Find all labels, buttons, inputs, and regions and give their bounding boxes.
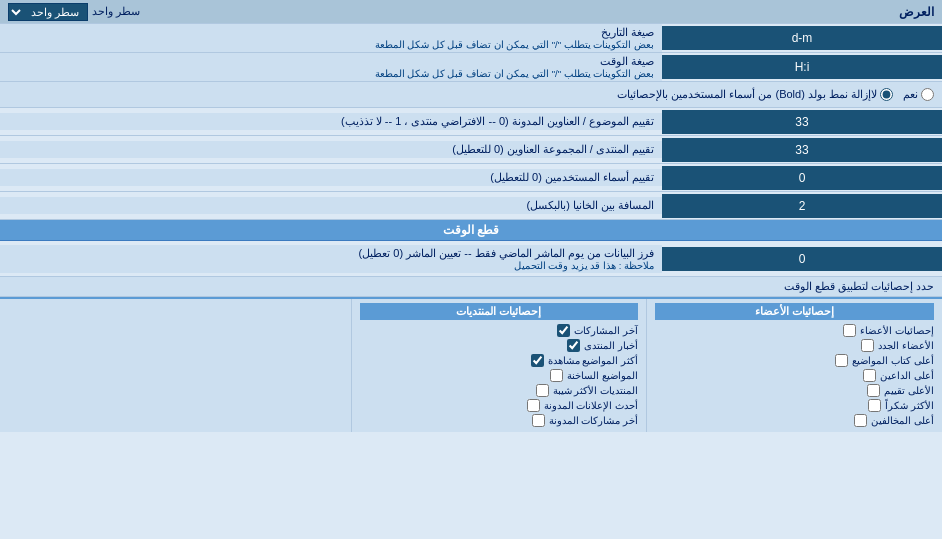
- time-format-input[interactable]: H:i: [666, 57, 938, 77]
- bold-remove-row: نعم لا إزالة نمط بولد (Bold) من أسماء ال…: [0, 82, 942, 108]
- cutoff-days-row: فرز البيانات من يوم الماشر الماضي فقط --…: [0, 241, 942, 277]
- user-order-input[interactable]: [666, 168, 938, 188]
- forum-order-input[interactable]: [666, 140, 938, 160]
- stat-item-6: الأكثر شكراً: [655, 398, 934, 413]
- stat-forums-cb-3[interactable]: [531, 354, 544, 367]
- stat-members-cb-5[interactable]: [867, 384, 880, 397]
- stats-forums-col: إحصائيات المنتديات آخر المشاركات أخبار ا…: [351, 299, 647, 432]
- bold-radio-no[interactable]: [880, 88, 893, 101]
- user-order-row: تقييم أسماء المستخدمين (0 للتعطيل): [0, 164, 942, 192]
- stat-forums-cb-2[interactable]: [567, 339, 580, 352]
- time-format-row: H:i صيغة الوقت بعض التكوينات يتطلب "/" ا…: [0, 53, 942, 82]
- date-format-input[interactable]: d-m: [666, 28, 938, 48]
- stat-item-2: الأعضاء الجدد: [655, 338, 934, 353]
- stat-forum-item-4: المواضيع الساخنة: [360, 368, 639, 383]
- dropdown-label: سطر واحد: [92, 5, 140, 18]
- space-between-label: المسافة بين الخانيا (بالبكسل): [0, 197, 662, 214]
- space-between-input[interactable]: [666, 196, 938, 216]
- stat-item-5: الأعلى تقييم: [655, 383, 934, 398]
- stats-members-title: إحصائيات الأعضاء: [655, 303, 934, 320]
- stat-forum-item-6: أحدث الإعلانات المدونة: [360, 398, 639, 413]
- stat-forum-item-3: أكثر المواضيع مشاهدة: [360, 353, 639, 368]
- topic-order-input-container: [662, 110, 942, 134]
- cutoff-section-header: قطع الوقت: [0, 220, 942, 241]
- forum-order-input-container: [662, 138, 942, 162]
- header-label: العرض: [140, 5, 934, 19]
- time-format-input-container: H:i: [662, 55, 942, 79]
- stats-right-col: [0, 299, 351, 432]
- user-order-input-container: [662, 166, 942, 190]
- date-format-row: d-m صيغة التاريخ بعض التكوينات يتطلب "/"…: [0, 24, 942, 53]
- stat-members-cb-4[interactable]: [863, 369, 876, 382]
- topic-order-label: تقييم الموضوع / العناوين المدونة (0 -- ا…: [0, 113, 662, 130]
- bold-radio-yes-label[interactable]: نعم: [903, 88, 934, 101]
- bottom-stats-section: إحصائيات الأعضاء إحصائيات الأعضاء الأعضا…: [0, 297, 942, 432]
- apply-limits-row: حدد إحصائيات لتطبيق قطع الوقت: [0, 277, 942, 297]
- stats-members-col: إحصائيات الأعضاء إحصائيات الأعضاء الأعضا…: [646, 299, 942, 432]
- stat-item-1: إحصائيات الأعضاء: [655, 323, 934, 338]
- stats-forums-title: إحصائيات المنتديات: [360, 303, 639, 320]
- stat-forums-cb-4[interactable]: [550, 369, 563, 382]
- space-between-row: المسافة بين الخانيا (بالبكسل): [0, 192, 942, 220]
- date-format-label: صيغة التاريخ بعض التكوينات يتطلب "/" الت…: [0, 24, 662, 52]
- date-format-input-container: d-m: [662, 26, 942, 50]
- stat-item-7: أعلى المخالفين: [655, 413, 934, 428]
- bold-radio-yes[interactable]: [921, 88, 934, 101]
- stat-item-3: أعلى كتاب المواضيع: [655, 353, 934, 368]
- cutoff-days-label: فرز البيانات من يوم الماشر الماضي فقط --…: [0, 245, 662, 273]
- time-format-label: صيغة الوقت بعض التكوينات يتطلب "/" التي …: [0, 53, 662, 81]
- topic-order-row: تقييم الموضوع / العناوين المدونة (0 -- ا…: [0, 108, 942, 136]
- bold-radio-no-label[interactable]: لا: [871, 88, 893, 101]
- space-between-input-container: [662, 194, 942, 218]
- stat-item-4: أعلى الداعين: [655, 368, 934, 383]
- stat-forum-item-2: أخبار المنتدى: [360, 338, 639, 353]
- header-row: العرض سطر واحد سطر واحد سطران ثلاثة أسطر: [0, 0, 942, 24]
- stat-forum-item-5: المنتديات الأكثر شيبة: [360, 383, 639, 398]
- topic-order-input[interactable]: [666, 112, 938, 132]
- stat-forums-cb-1[interactable]: [557, 324, 570, 337]
- cutoff-days-input-container: [662, 247, 942, 271]
- stat-members-cb-3[interactable]: [835, 354, 848, 367]
- stat-members-cb-2[interactable]: [861, 339, 874, 352]
- stat-members-cb-1[interactable]: [843, 324, 856, 337]
- user-order-label: تقييم أسماء المستخدمين (0 للتعطيل): [0, 169, 662, 186]
- stat-members-cb-6[interactable]: [868, 399, 881, 412]
- forum-order-row: تقييم المنتدى / المجموعة العناوين (0 للت…: [0, 136, 942, 164]
- stat-forum-item-1: آخر المشاركات: [360, 323, 639, 338]
- bold-remove-label: إزالة نمط بولد (Bold) من أسماء المستخدمي…: [8, 88, 871, 101]
- bold-radio-group: نعم لا: [871, 88, 934, 101]
- display-dropdown[interactable]: سطر واحد سطران ثلاثة أسطر: [8, 3, 88, 21]
- stat-forums-cb-7[interactable]: [532, 414, 545, 427]
- stat-forums-cb-6[interactable]: [527, 399, 540, 412]
- stat-forums-cb-5[interactable]: [536, 384, 549, 397]
- stat-forum-item-7: أخر مشاركات المدونة: [360, 413, 639, 428]
- forum-order-label: تقييم المنتدى / المجموعة العناوين (0 للت…: [0, 141, 662, 158]
- cutoff-days-input[interactable]: [666, 249, 938, 269]
- stat-members-cb-7[interactable]: [854, 414, 867, 427]
